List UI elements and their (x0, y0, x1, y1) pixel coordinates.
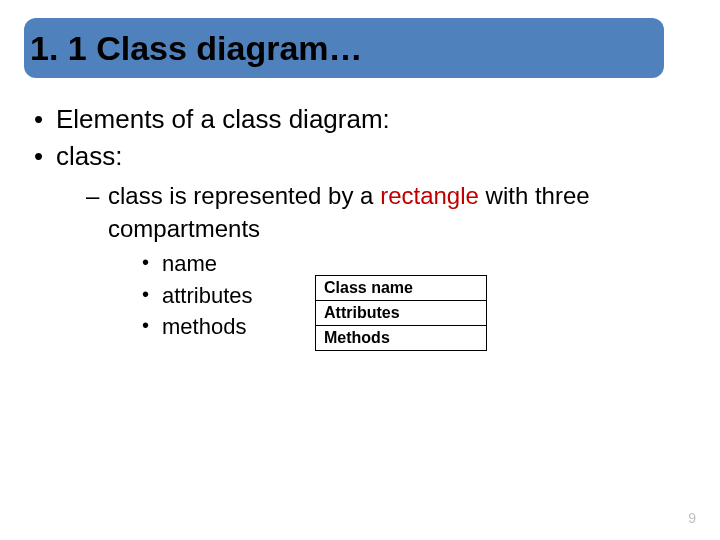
slide: 1. 1 Class diagram… Elements of a class … (0, 0, 720, 540)
uml-class-box: Class name Attributes Methods (315, 275, 487, 351)
rect-pre: class is represented by a (108, 182, 380, 209)
rect-highlight: rectangle (380, 182, 479, 209)
title-box: 1. 1 Class diagram… (24, 18, 664, 78)
page-number: 9 (688, 510, 696, 526)
uml-row-methods: Methods (316, 326, 486, 350)
slide-title: 1. 1 Class diagram… (30, 29, 363, 68)
uml-row-classname: Class name (316, 276, 486, 301)
uml-row-attributes: Attributes (316, 301, 486, 326)
bullet-class-text: class: (56, 141, 122, 171)
bullet-elements: Elements of a class diagram: (30, 102, 680, 137)
